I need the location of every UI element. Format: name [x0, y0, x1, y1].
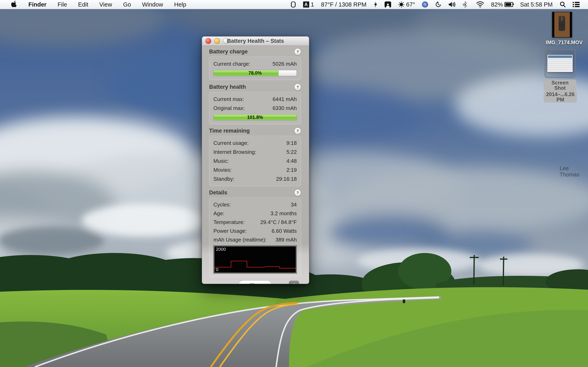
battery-charge-box: Current charge: 5026 mAh 78.0% [209, 57, 301, 80]
apple-icon [11, 0, 17, 9]
details-box: Cycles:34 Age:3.2 months Temperature:29.… [209, 198, 301, 277]
menu-item-edit[interactable]: Edit [72, 0, 94, 9]
tips-button[interactable]: Tips [238, 280, 272, 284]
menu-clock-label: Sat 5:58 PM [520, 1, 553, 8]
row-label: Music: [213, 157, 229, 166]
chart-y-max-label: 2000 [216, 247, 226, 252]
desktop-icon-label: IMG_7174.MOV [546, 40, 578, 45]
row-label: Age: [213, 209, 225, 218]
menu-item-go[interactable]: Go [118, 0, 137, 9]
menu-item-file[interactable]: File [52, 0, 73, 9]
menu-item-view[interactable]: View [94, 0, 117, 9]
menu-item-window[interactable]: Window [137, 0, 168, 9]
menu-item-help[interactable]: Help [169, 0, 192, 9]
row-value: 9:18 [286, 139, 297, 148]
temp-fan-label: 87°F / 1308 RPM [321, 1, 367, 8]
help-button-battery-charge[interactable]: ? [294, 48, 301, 55]
help-button-battery-health[interactable]: ? [294, 84, 301, 90]
adobe-icon: A [303, 1, 309, 8]
sun-icon [398, 1, 405, 8]
menu-bar: Finder File Edit View Go Window Help A 1… [0, 0, 588, 9]
row-value: 29:16:18 [276, 175, 297, 184]
window-title: Battery Health – Stats [202, 38, 309, 44]
video-thumbnail [552, 12, 572, 38]
notification-center-icon[interactable] [569, 0, 583, 9]
row-value: 6.60 Watts [272, 227, 297, 235]
volume-icon[interactable] [445, 0, 459, 9]
wallpaper-credit: Lee Thomas [560, 165, 588, 178]
desktop-icon-label: Screen Shot 2014–...6.26 PM [544, 80, 576, 103]
spotlight-icon[interactable] [556, 0, 569, 9]
section-title-details: Details [209, 190, 227, 196]
section-title-battery-charge: Battery charge [209, 49, 248, 55]
adobe-badge-count: 1 [311, 1, 314, 8]
window-titlebar[interactable]: Battery Health – Stats [202, 36, 309, 46]
row-value: 6330 mAh [272, 104, 297, 113]
adobe-app-menu[interactable]: A 1 [300, 0, 318, 9]
row-label: Internet Browsing: [213, 148, 256, 157]
chart-y-min-label: 0 [216, 267, 218, 272]
istat-chip-icon[interactable] [287, 0, 300, 9]
time-machine-icon[interactable] [432, 0, 445, 9]
battery-health-window: Battery Health – Stats Battery charge ? … [202, 36, 309, 284]
settings-button[interactable]: ⚙ [289, 281, 299, 284]
row-label: Cycles: [213, 200, 231, 209]
mah-usage-chart: 2000 0 [214, 246, 296, 273]
screenshot-thumbnail [547, 55, 573, 72]
row-value: 5:22 [286, 148, 297, 157]
help-button-time-remaining[interactable]: ? [294, 127, 301, 134]
lightning-bolt-icon[interactable] [370, 0, 381, 9]
row-value: 5026 mAh [272, 59, 297, 68]
battery-icon [504, 2, 513, 7]
help-button-details[interactable]: ? [294, 189, 301, 196]
health-percent-label: 101.8% [214, 115, 297, 120]
row-value: 3.2 months [270, 209, 297, 218]
contacts-badge-icon[interactable] [381, 0, 395, 9]
row-label: Temperature: [213, 218, 245, 227]
weather-temp-label: 67° [406, 1, 415, 8]
row-label: Current max: [213, 95, 244, 104]
health-progress-bar: 101.8% [213, 114, 297, 120]
apple-menu[interactable] [6, 0, 23, 9]
row-label: Movies: [213, 166, 232, 175]
wifi-icon[interactable] [473, 0, 487, 9]
time-remaining-box: Current usage:9:18 Internet Browsing:5:2… [209, 136, 301, 186]
row-label: mAh Usage (realtime): [213, 235, 267, 244]
row-value: 2:19 [286, 166, 297, 175]
bluetooth-icon[interactable] [459, 0, 473, 9]
charge-progress-bar: 78.0% [213, 70, 297, 76]
weather-orb-icon[interactable] [418, 0, 432, 9]
row-label: Standby: [213, 175, 234, 184]
desktop-icon-screenshot[interactable]: Screen Shot 2014–...6.26 PM [544, 49, 576, 103]
charge-percent-label: 78.0% [214, 70, 297, 76]
row-value: 34 [291, 200, 297, 209]
battery-percent-label: 82% [491, 1, 503, 8]
battery-status[interactable]: 82% [487, 0, 517, 9]
window-footer: Tips ⚙ [209, 280, 301, 284]
row-value: 6441 mAh [272, 95, 297, 104]
battery-health-box: Current max: 6441 mAh Original max: 6330… [209, 92, 301, 124]
desktop-icon-img-7174[interactable]: IMG_7174.MOV [546, 12, 578, 45]
gear-icon: ⚙ [291, 283, 297, 284]
row-value: 29.4°C / 84.8°F [260, 218, 297, 227]
row-value: 4:48 [286, 157, 297, 166]
weather-status[interactable]: 67° [395, 0, 419, 9]
clock-status[interactable]: Sat 5:58 PM [517, 0, 556, 9]
section-title-time-remaining: Time remaining [209, 128, 250, 134]
row-label: Power Usage: [213, 227, 247, 235]
row-value: 389 mAh [276, 235, 297, 244]
menu-item-finder[interactable]: Finder [23, 0, 52, 9]
row-label: Current charge: [213, 59, 251, 68]
temp-fan-status[interactable]: 87°F / 1308 RPM [318, 0, 370, 9]
row-label: Current usage: [213, 139, 249, 148]
row-label: Original max: [213, 104, 245, 113]
selection-frame [545, 49, 576, 78]
section-title-battery-health: Battery health [209, 84, 246, 90]
